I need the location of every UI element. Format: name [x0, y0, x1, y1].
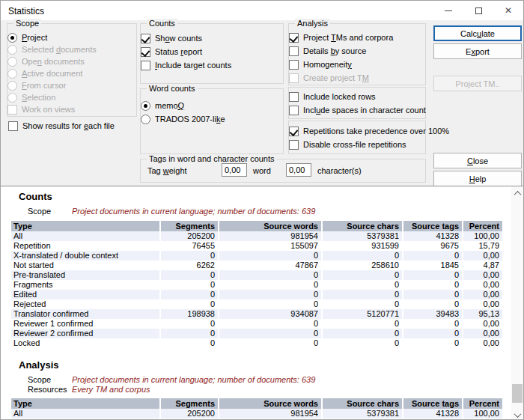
close-dialog-button[interactable]: Close [433, 153, 522, 168]
column-header: Source words [219, 221, 321, 231]
table-cell: 5379381 [323, 409, 402, 419]
table-cell: 41328 [403, 231, 462, 241]
checkbox-homogeneity[interactable]: Homogeneity [289, 59, 352, 70]
tag-weight-char-input[interactable] [286, 163, 311, 177]
radio-from-cursor-icon [7, 81, 17, 91]
analysis-resources-label: Resources [28, 385, 67, 394]
table-cell: 0 [219, 338, 321, 348]
radio-selection: Selection [7, 92, 55, 103]
export-button[interactable]: Export [433, 43, 522, 59]
radio-from-cursor: From cursor [7, 80, 66, 91]
checkbox-project-tms-corpora-label: Project TMs and corpora [303, 33, 393, 42]
table-cell: 0 [161, 251, 218, 261]
checkbox-show-results-each-file[interactable]: Show results for each file [8, 121, 115, 131]
scroll-down-button[interactable] [511, 409, 523, 420]
checkbox-disable-crossfile-repetitions-label: Disable cross-file repetitions [303, 140, 406, 149]
word-unit-label: word [253, 166, 271, 175]
radio-project-icon [7, 33, 17, 43]
checkbox-project-tms-corpora[interactable]: Project TMs and corpora [289, 32, 393, 43]
radio-open-documents: Open documents [7, 56, 85, 67]
radio-selection-icon [7, 93, 17, 103]
counts-groupbox: Counts Show counts Status report Include… [140, 23, 284, 84]
table-cell: 0 [323, 280, 402, 290]
table-cell: Reviewer 1 confirmed [11, 319, 159, 329]
radio-trados-2007-like[interactable]: TRADOS 2007-like [141, 114, 225, 124]
table-cell: 0 [323, 251, 402, 261]
checkbox-disable-crossfile-repetitions[interactable]: Disable cross-file repetitions [289, 139, 406, 150]
table-cell: X-translated / double context [11, 251, 159, 261]
tags-group-label: Tags in word and character counts [147, 154, 277, 163]
table-cell: 205200 [161, 231, 218, 241]
table-cell: 205200 [161, 409, 218, 419]
character-unit-label: character(s) [317, 166, 362, 175]
close-dialog-button-label: Close [467, 156, 488, 165]
table-cell: 934087 [219, 309, 321, 319]
checkbox-show-results-each-file-icon [8, 121, 18, 131]
column-header: Type [11, 221, 159, 231]
checkbox-details-by-source[interactable]: Details by source [289, 46, 366, 56]
checkbox-details-by-source-icon [289, 46, 299, 56]
help-button-label: Help [469, 174, 487, 183]
radio-selected-documents: Selected documents [7, 44, 97, 55]
column-header: Source words [219, 398, 321, 409]
table-cell: 47867 [219, 261, 321, 270]
table-cell: 0 [323, 338, 402, 348]
title-bar: Statistics ✕ [1, 1, 523, 20]
table-cell: 0 [161, 280, 218, 290]
table-cell: 0,00 [463, 329, 502, 338]
table-cell: 0 [323, 319, 402, 329]
radio-trados-2007-like-label: TRADOS 2007-like [155, 115, 225, 124]
maximize-icon [475, 7, 482, 14]
table-cell: 0 [219, 329, 321, 338]
vertical-scrollbar[interactable] [511, 187, 523, 420]
repetitions-options-groupbox: Repetitions take precedence over 100% Di… [288, 121, 426, 154]
checkbox-include-spaces-icon [289, 106, 299, 115]
help-button[interactable]: Help [433, 171, 522, 186]
column-header: Source tags [403, 398, 462, 409]
table-cell: 4,87 [463, 261, 502, 270]
chevron-down-icon [514, 410, 521, 418]
maximize-button[interactable] [463, 1, 493, 20]
column-header: Segments [161, 398, 218, 409]
table-cell: 0 [219, 270, 321, 280]
checkbox-include-spaces[interactable]: Include spaces in character count [289, 105, 426, 115]
column-header: Percent [463, 398, 502, 409]
table-cell: 0,00 [463, 280, 502, 290]
checkbox-create-project-tm-label: Create project TM [303, 73, 369, 82]
checkbox-include-locked-rows[interactable]: Include locked rows [289, 91, 376, 102]
word-counts-group-label: Word counts [147, 84, 198, 93]
table-row: Locked00000,00 [11, 338, 502, 348]
checkbox-show-counts[interactable]: Show counts [141, 33, 202, 43]
radio-from-cursor-label: From cursor [22, 81, 66, 90]
calculate-button[interactable]: Calculate [433, 25, 522, 41]
tag-weight-word-input[interactable] [222, 163, 247, 177]
close-button[interactable]: ✕ [493, 1, 523, 20]
scrollbar-thumb[interactable] [512, 384, 523, 403]
table-cell: 5120771 [323, 309, 402, 319]
table-cell: 15,79 [463, 241, 502, 251]
table-cell: 0,00 [463, 290, 502, 299]
radio-project[interactable]: Project [7, 32, 47, 43]
table-row: X-translated / double context00000,00 [11, 251, 502, 261]
table-cell: Pre-translated [11, 270, 159, 280]
checkbox-repetitions-precedence-icon [289, 127, 299, 136]
scroll-up-button[interactable] [511, 187, 523, 199]
checkbox-repetitions-precedence-label: Repetitions take precedence over 100% [303, 127, 449, 136]
table-row: Reviewer 1 confirmed00000,00 [11, 319, 502, 329]
radio-memoq[interactable]: memoQ [141, 100, 184, 111]
checkbox-homogeneity-label: Homogeneity [303, 60, 352, 69]
window-controls: ✕ [433, 1, 523, 20]
checkbox-repetitions-precedence[interactable]: Repetitions take precedence over 100% [289, 126, 449, 136]
checkbox-include-target-counts[interactable]: Include target counts [141, 60, 231, 70]
radio-selected-documents-icon [7, 45, 17, 55]
checkbox-include-locked-rows-icon [289, 92, 299, 102]
table-cell: 0 [403, 280, 462, 290]
table-row: All205200981954537938141328100,00 [11, 231, 502, 241]
checkbox-work-on-views-icon [7, 105, 17, 115]
minimize-button[interactable] [433, 1, 463, 20]
table-cell: 5379381 [323, 231, 402, 241]
table-cell: 9675 [403, 241, 462, 251]
radio-project-label: Project [22, 33, 47, 42]
table-cell: 39483 [403, 309, 462, 319]
checkbox-status-report[interactable]: Status report [141, 46, 202, 57]
